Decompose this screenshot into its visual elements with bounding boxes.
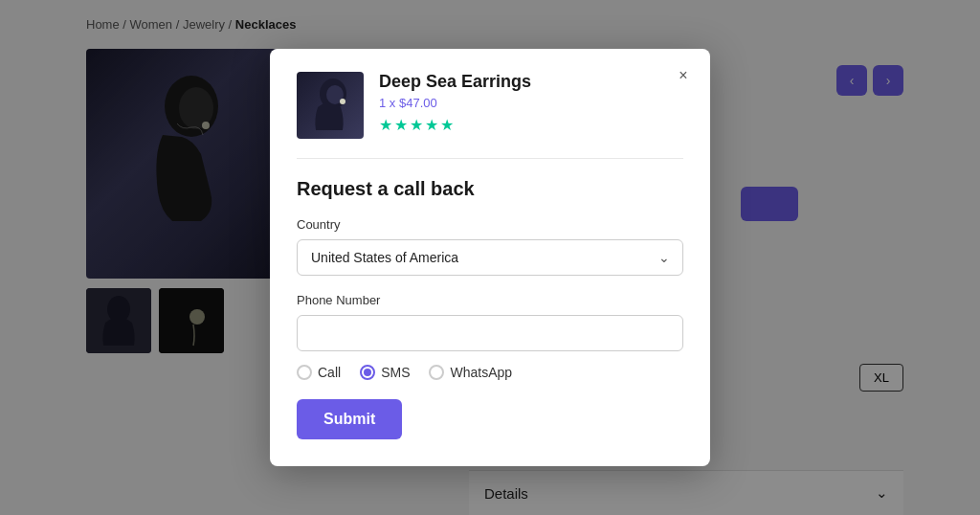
radio-sms-label: SMS bbox=[381, 365, 410, 380]
svg-point-9 bbox=[340, 99, 345, 104]
phone-input[interactable] bbox=[297, 315, 683, 351]
radio-whatsapp-label: WhatsApp bbox=[450, 365, 512, 380]
modal-divider bbox=[297, 158, 683, 159]
modal-title: Request a call back bbox=[297, 178, 683, 200]
radio-sms[interactable]: SMS bbox=[360, 365, 410, 380]
country-select-wrapper[interactable]: United States of America Canada United K… bbox=[297, 239, 683, 276]
country-label: Country bbox=[297, 217, 683, 232]
country-select[interactable]: United States of America Canada United K… bbox=[297, 239, 683, 276]
phone-label: Phone Number bbox=[297, 293, 683, 307]
modal-header: Deep Sea Earrings 1 x $47.00 ★ ★ ★ ★ ★ bbox=[297, 72, 683, 139]
radio-whatsapp[interactable]: WhatsApp bbox=[429, 365, 512, 380]
radio-whatsapp-indicator bbox=[429, 365, 444, 380]
radio-call-label: Call bbox=[318, 365, 341, 380]
modal: × Deep Sea Earrings 1 x $47.00 ★ ★ ★ ★ bbox=[270, 49, 710, 466]
product-name: Deep Sea Earrings bbox=[379, 72, 683, 92]
product-thumbnail bbox=[297, 72, 364, 139]
contact-method-group: Call SMS WhatsApp bbox=[297, 365, 683, 380]
submit-button[interactable]: Submit bbox=[297, 399, 402, 439]
close-button[interactable]: × bbox=[672, 64, 695, 87]
radio-call[interactable]: Call bbox=[297, 365, 341, 380]
radio-call-indicator bbox=[297, 365, 312, 380]
radio-sms-indicator bbox=[360, 365, 375, 380]
modal-overlay: × Deep Sea Earrings 1 x $47.00 ★ ★ ★ ★ bbox=[0, 0, 980, 515]
product-stars: ★ ★ ★ ★ ★ bbox=[379, 116, 683, 134]
product-info: Deep Sea Earrings 1 x $47.00 ★ ★ ★ ★ ★ bbox=[379, 72, 683, 134]
product-price: 1 x $47.00 bbox=[379, 96, 683, 110]
